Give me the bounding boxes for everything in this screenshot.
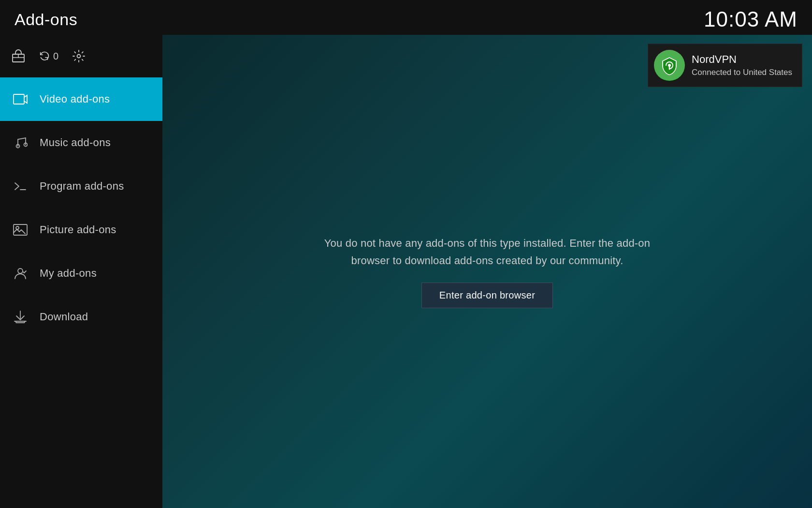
top-bar: Add-ons 10:03 AM (0, 0, 812, 35)
clock: 10:03 AM (704, 7, 798, 31)
addons-box-icon[interactable] (12, 49, 25, 63)
refresh-group[interactable]: 0 (39, 51, 58, 62)
svg-rect-4 (14, 94, 24, 104)
nordvpn-notification: NordVPN Connected to United States (648, 44, 802, 87)
picture-addons-label: Picture add-ons (40, 224, 116, 236)
nordvpn-status: Connected to United States (692, 68, 792, 77)
nav-items: Video add-ons Music add-ons (0, 77, 162, 339)
sidebar-item-picture-addons[interactable]: Picture add-ons (0, 208, 162, 252)
main-layout: 0 Video add-ons (0, 35, 812, 508)
my-addons-label: My add-ons (40, 267, 97, 280)
svg-point-10 (18, 269, 23, 273)
sidebar-item-video-addons[interactable]: Video add-ons (0, 77, 162, 121)
download-label: Download (40, 311, 88, 323)
video-addons-label: Video add-ons (40, 93, 110, 105)
sidebar-item-music-addons[interactable]: Music add-ons (0, 121, 162, 164)
nordvpn-logo (654, 50, 685, 81)
sidebar-item-download[interactable]: Download (0, 295, 162, 339)
settings-icon[interactable] (72, 49, 86, 63)
refresh-count: 0 (53, 51, 58, 62)
nordvpn-name: NordVPN (692, 53, 792, 66)
my-addons-icon (12, 265, 29, 282)
download-icon (12, 308, 29, 326)
music-icon (12, 134, 29, 151)
picture-icon (12, 221, 29, 239)
toolbar: 0 (0, 35, 162, 77)
video-icon (12, 90, 29, 108)
empty-state: You do not have any add-ons of this type… (318, 235, 656, 308)
sidebar: 0 Video add-ons (0, 35, 162, 508)
sidebar-item-program-addons[interactable]: Program add-ons (0, 164, 162, 208)
music-addons-label: Music add-ons (40, 136, 111, 149)
program-icon (12, 178, 29, 195)
svg-point-9 (16, 226, 19, 229)
page-title: Add-ons (14, 10, 77, 29)
svg-point-3 (77, 55, 81, 58)
empty-message: You do not have any add-ons of this type… (318, 235, 656, 269)
nordvpn-text: NordVPN Connected to United States (692, 53, 792, 77)
main-content: NordVPN Connected to United States You d… (162, 35, 812, 508)
program-addons-label: Program add-ons (40, 180, 124, 193)
enter-addon-browser-button[interactable]: Enter add-on browser (421, 283, 553, 308)
sidebar-item-my-addons[interactable]: My add-ons (0, 252, 162, 295)
